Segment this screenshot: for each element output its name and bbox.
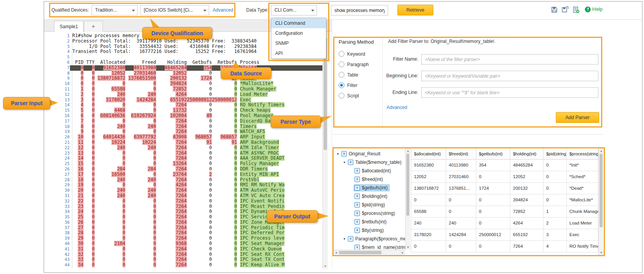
scroll-up-icon[interactable]: ▲ bbox=[599, 148, 604, 153]
editor-line[interactable]: 34 0 0 0 7264 0 0 IPC Keep Alive M bbox=[70, 262, 322, 268]
table-row[interactable]: 0003948240*MallocLite* bbox=[411, 194, 598, 206]
editor-line[interactable]: 10 0 64014436 63977792 43908 968657 9686… bbox=[70, 134, 322, 140]
editor-line[interactable]: 32 0 0 0 7264 0 0 IPC Seat RX Cont bbox=[70, 252, 322, 257]
data-type-dropdown[interactable]: CLI Com... bbox=[271, 5, 317, 15]
editor-line[interactable]: 33 0 0 0 7264 0 0 IPC Seat TX Cont bbox=[70, 257, 322, 262]
editor-line[interactable]: 29 0 0 0 7264 0 0 IPC Process leve bbox=[70, 236, 322, 241]
editor-scrollbar[interactable]: ▲ ▼ bbox=[322, 32, 328, 269]
editor-line[interactable]: 17 0 16500 0 23764 2 0 Entity MIB API bbox=[70, 172, 322, 177]
scroll-down-icon[interactable]: ▼ bbox=[599, 250, 604, 255]
table-row[interactable]: 6558800728521Chunk Manage bbox=[411, 206, 598, 218]
add-tab-button[interactable]: + bbox=[84, 21, 103, 32]
editor-line[interactable]: 16 0 284 284 7264 0 0 DDR Timers bbox=[70, 167, 322, 172]
device-group-dropdown[interactable]: Tradition... bbox=[92, 5, 138, 15]
scrollbar-thumb[interactable] bbox=[406, 154, 409, 216]
tab-sample1[interactable]: Sample1 bbox=[54, 21, 83, 32]
expand-arrow-icon[interactable]: ▾ bbox=[342, 160, 347, 164]
editor-line[interactable]: 18 0 240 240 7264 0 0 PrstVbl bbox=[70, 177, 322, 183]
editor-line[interactable]: 15 0 0 0 13264 0 0 Policy Manager bbox=[70, 161, 322, 167]
table-row[interactable]: 240240042642Load Meter bbox=[411, 218, 598, 229]
editor-line[interactable]: 27 0 0 0 7264 0 0 IPC Periodic Tim bbox=[70, 225, 322, 231]
table-vertical-scrollbar[interactable]: ▲ ▼ bbox=[598, 148, 603, 255]
scroll-up-icon[interactable]: ▲ bbox=[405, 148, 411, 153]
column-header[interactable]: $pid(string) bbox=[543, 148, 567, 160]
retrieve-button[interactable]: Retrieve bbox=[397, 5, 433, 15]
editor-line[interactable]: 0 0 12052 27031460 12052 0 0 *Sched* bbox=[70, 71, 322, 76]
tree-node-allocated-int[interactable]: x$allocated(int) bbox=[334, 167, 405, 175]
tree-node-holding-int[interactable]: x$holding(int) bbox=[334, 192, 405, 201]
tree-node-paragraph-process-mem[interactable]: ▾xParagraph($process_mem_ bbox=[334, 235, 405, 243]
editor-line[interactable]: 2 0 240 240 4264 0 0 Load Meter bbox=[70, 92, 322, 97]
filter-name-input[interactable] bbox=[421, 54, 598, 65]
editor-line[interactable]: 5 0 4468 0 11732 0 0 Check heaps bbox=[70, 108, 322, 113]
table-row[interactable]: 317802014242842500000126551923Exec bbox=[411, 229, 598, 241]
command-input[interactable] bbox=[331, 5, 388, 15]
editor-line[interactable]: 31 0 0 0 7264 0 0 IPC Check Queue bbox=[70, 247, 322, 252]
editor-line[interactable]: 0 0 1380718872 1376851500 200132 1724 17… bbox=[70, 76, 322, 81]
tree-vertical-scrollbar[interactable]: ▲ ▼ bbox=[405, 148, 410, 250]
tree-node-table-memory-table[interactable]: ▾xTable($memory_table) bbox=[334, 158, 405, 167]
menu-item-cli-command[interactable]: CLI Command bbox=[271, 18, 326, 28]
table-row[interactable]: 13807188721376851...17242001320*Dead* bbox=[411, 183, 598, 194]
column-header[interactable]: $allocated(int) bbox=[411, 148, 446, 160]
tree-node-getbufs-int[interactable]: x$getbufs(int) bbox=[334, 184, 405, 192]
tree-node-pid-string[interactable]: x$pid(string) bbox=[334, 201, 405, 209]
editor-line[interactable]: 0 0 0 0 394824 0 0 *MallocLite* bbox=[70, 81, 322, 87]
beginning-line-input[interactable] bbox=[421, 71, 598, 81]
table-row[interactable]: 9165238040113980354484652840*Init* bbox=[411, 160, 598, 171]
editor-line[interactable]: 13 0 0 0 7264 0 0 ATM ASYNC PROC bbox=[70, 151, 322, 156]
editor-line[interactable]: 19 0 0 0 4264 0 0 RMI RM Notify Wa bbox=[70, 182, 322, 188]
tree-node-process-string[interactable]: x$process(string) bbox=[334, 209, 405, 218]
column-header[interactable]: $process(string) bbox=[567, 148, 598, 160]
radio-script[interactable]: Script bbox=[339, 93, 369, 99]
radio-table[interactable]: Table bbox=[339, 72, 369, 78]
scrollbar-thumb[interactable] bbox=[600, 154, 603, 227]
parser-input-editor[interactable]: 1234567891011121314151617181920212223242… bbox=[54, 32, 328, 269]
qualification-advanced-link[interactable]: Advanced bbox=[213, 5, 233, 15]
tree-node-tty-string[interactable]: x$tty(string) bbox=[334, 226, 405, 235]
editor-line[interactable]: 20 0 240 240 7264 0 0 ATM AutoVC Perio bbox=[70, 188, 322, 193]
column-header[interactable]: $getbufs(int) bbox=[476, 148, 510, 160]
ending-line-input[interactable] bbox=[421, 87, 598, 98]
editor-line[interactable]: 23 0 0 0 7264 0 0 IPC Mcast Pendin bbox=[70, 204, 322, 209]
editor-line[interactable]: 3 0 3178020 1424284 65519225000001225000… bbox=[70, 97, 322, 103]
scroll-down-icon[interactable]: ▼ bbox=[405, 245, 411, 250]
editor-line[interactable]: PID TTY Allocated Freed Holding Getbufs … bbox=[70, 60, 322, 65]
editor-line[interactable]: 1 0 65588 0 72852 0 0 Chunk Manager bbox=[70, 87, 322, 92]
table-row[interactable]: 00072644RO Notify Time bbox=[411, 241, 598, 252]
add-to-list-icon[interactable] bbox=[572, 6, 579, 13]
editor-line[interactable]: 12 0 240 240 7264 0 0 ATM Idle Timer bbox=[70, 145, 322, 151]
device-type-dropdown[interactable]: [Cisco IOS Switch] [Ci... bbox=[140, 5, 209, 15]
editor-line[interactable]: 22 0 0 0 7264 0 0 IPC Event Notifi bbox=[70, 199, 322, 204]
radio-paragraph[interactable]: Paragraph bbox=[339, 61, 369, 67]
menu-item-snmp[interactable]: SNMP bbox=[271, 38, 326, 48]
scroll-down-icon[interactable]: ▼ bbox=[323, 264, 328, 269]
save-icon[interactable] bbox=[551, 6, 558, 13]
editor-line[interactable]: 14 0 0 0 7264 0 0 AAA_SERVER_DEADT bbox=[70, 156, 322, 161]
result-tree[interactable]: ▾xOriginal_Result▾xTable($memory_table)x… bbox=[334, 148, 405, 255]
tree-node-original-result[interactable]: ▾xOriginal_Result bbox=[334, 150, 405, 158]
editor-line[interactable]: 9 0 0 0 7264 0 0 WATCH_AFS bbox=[70, 129, 322, 134]
radio-keyword[interactable]: Keyword bbox=[339, 51, 369, 57]
editor-line[interactable]: 28 0 0 0 7264 0 0 IPC Deferred Por bbox=[70, 230, 322, 236]
tree-horizontal-scrollbar[interactable]: ◄ ► bbox=[334, 250, 405, 255]
column-header[interactable]: $freed(int) bbox=[446, 148, 476, 160]
radio-filter[interactable]: Filter bbox=[339, 82, 369, 88]
scroll-left-icon[interactable]: ◄ bbox=[334, 250, 339, 255]
expand-arrow-icon[interactable]: ▾ bbox=[335, 152, 341, 156]
tree-node-retbufs-int[interactable]: x$retbufs(int) bbox=[334, 218, 405, 226]
editor-line[interactable]: 11 0 10224 10224 7264 91 91 ARP Backgrou… bbox=[70, 140, 322, 145]
filter-advanced-link[interactable]: Advanced bbox=[387, 102, 407, 113]
add-parser-button[interactable]: Add Parser bbox=[556, 112, 599, 123]
save-as-icon[interactable] bbox=[562, 6, 569, 13]
scroll-right-icon[interactable]: ► bbox=[400, 250, 405, 255]
tree-node-freed-int[interactable]: x$freed(int) bbox=[334, 175, 405, 184]
editor-line[interactable]: 30 0 2104 0 9368 0 0 IPC Seat Manager bbox=[70, 241, 322, 247]
help-button[interactable]: ? Help bbox=[585, 6, 603, 12]
menu-item-api[interactable]: API bbox=[271, 48, 326, 58]
menu-item-configuration[interactable]: Configuration bbox=[271, 28, 326, 38]
editor-line[interactable]: 4 0 0 0 7264 0 0 RO Notify Timers bbox=[70, 102, 322, 108]
expand-arrow-icon[interactable]: ▾ bbox=[342, 237, 347, 241]
editor-line[interactable]: 21 0 240 240 7264 0 0 ATM VC Auto Crea bbox=[70, 193, 322, 199]
table-row[interactable]: 12052270314600120520*Sched* bbox=[411, 171, 598, 183]
